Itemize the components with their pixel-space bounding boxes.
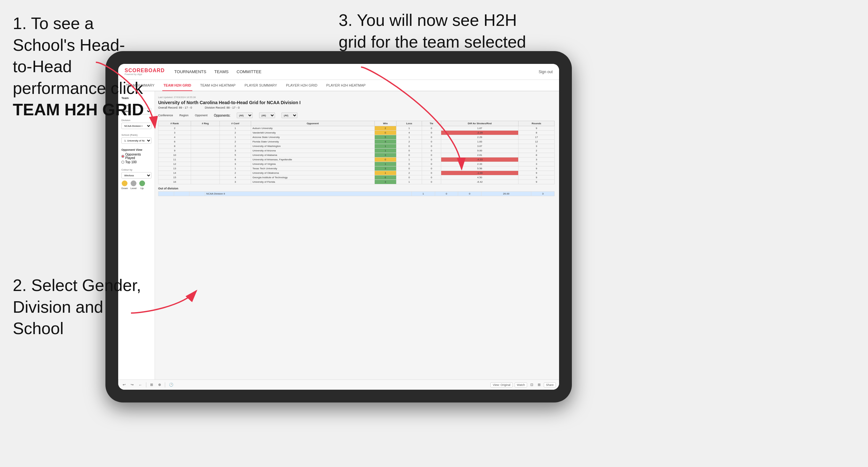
- cell-rank: 4: [158, 135, 191, 139]
- filter-opponent: Opponent: [195, 114, 208, 117]
- cell-loss: 4: [397, 131, 422, 135]
- color-up: [139, 181, 145, 186]
- table-row: 8 2 University of Washington 1 0 0 3.67 …: [158, 144, 555, 149]
- tablet-screen: SCOREBOARD Powered by clippi TOURNAMENTS…: [118, 64, 559, 390]
- nav-teams[interactable]: TEAMS: [214, 69, 229, 74]
- share-button[interactable]: Share: [544, 382, 556, 387]
- cell-conf: 3: [219, 162, 251, 166]
- out-division-row: NCAA Division II 1 0 0 26.00 3: [158, 192, 555, 196]
- watch-button[interactable]: Watch: [515, 382, 527, 387]
- sidebar-colour-section: Colour by Win/loss Down Level: [121, 168, 151, 190]
- cell-diff: 9.00: [441, 149, 519, 153]
- cell-reg: [191, 175, 219, 180]
- tab-player-h2h-grid[interactable]: PLAYER H2H GRID: [285, 80, 318, 91]
- cell-rounds: 9: [519, 180, 555, 184]
- opponent-view-label: Opponent View: [121, 148, 151, 151]
- table-row: 3 2 Vanderbilt University 0 4 0 -2.29 8: [158, 131, 555, 135]
- cell-conf: 1: [219, 166, 251, 171]
- cell-win: 1: [374, 144, 397, 149]
- cell-loss: 1: [397, 135, 422, 139]
- cell-tie: 0: [422, 157, 441, 162]
- cell-rank: 12: [158, 162, 191, 166]
- cell-win: 3: [374, 153, 397, 157]
- undo-button[interactable]: ↩: [121, 382, 127, 387]
- cell-reg: [191, 153, 219, 157]
- conference-select[interactable]: (All): [237, 113, 253, 118]
- cell-loss: 0: [397, 149, 422, 153]
- cell-conf: 4: [219, 175, 251, 180]
- cell-loss: 0: [397, 144, 422, 149]
- col-tie: Tie: [422, 121, 441, 126]
- cell-tie: 0: [422, 166, 441, 171]
- cell-loss: 0: [397, 166, 422, 171]
- separator-2: [165, 382, 165, 387]
- cell-diff: -1.00: [441, 171, 519, 175]
- cell-rounds: 3: [519, 157, 555, 162]
- sidebar-school-section: School (Rank) 1. University of Nort...: [121, 133, 151, 144]
- back-button[interactable]: ←: [137, 382, 144, 387]
- sign-out-button[interactable]: Sign out: [539, 70, 553, 74]
- opponents-label: Opponents:: [214, 114, 231, 117]
- school-select[interactable]: 1. University of Nort...: [121, 137, 151, 144]
- table-row: 11 6 University of Arkansas, Fayettevill…: [158, 157, 555, 162]
- cell-rank: 3: [158, 131, 191, 135]
- view-original-button[interactable]: View: Original: [490, 382, 513, 387]
- cell-win: 0: [374, 157, 397, 162]
- cell-rank: 6: [158, 139, 191, 144]
- cell-loss: 0: [397, 153, 422, 157]
- cell-opponent: University of Arizona: [251, 149, 374, 153]
- present-button[interactable]: ⊡: [529, 382, 534, 387]
- tab-player-h2h-heatmap[interactable]: PLAYER H2H HEATMAP: [325, 80, 367, 91]
- h2h-table: # Rank # Reg # Conf Opponent Win Loss Ti…: [158, 121, 555, 184]
- region-select[interactable]: (All): [259, 113, 275, 118]
- cell-loss: 0: [397, 162, 422, 166]
- col-rank: # Rank: [158, 121, 191, 126]
- radio-label-2: Top 100: [125, 160, 137, 164]
- cell-reg: [191, 149, 219, 153]
- cell-win: 5: [374, 135, 397, 139]
- grid-button[interactable]: ⊞: [536, 382, 542, 387]
- clock-button[interactable]: 🕐: [168, 382, 175, 387]
- cell-conf: 3: [219, 180, 251, 184]
- cell-opponent: Auburn University: [251, 126, 374, 131]
- cell-reg: [191, 135, 219, 139]
- grid-header: Last Updated: 27/03/2024 16:55:38 Univer…: [158, 96, 555, 109]
- cell-conf: 2: [219, 171, 251, 175]
- od-tie: 0: [458, 192, 482, 196]
- colour-select[interactable]: Win/loss: [121, 172, 151, 179]
- cell-conf: 1: [219, 126, 251, 131]
- redo-button[interactable]: ↪: [129, 382, 135, 387]
- tab-team-h2h-grid[interactable]: TEAM H2H GRID: [162, 80, 193, 91]
- cell-loss: 1: [397, 180, 422, 184]
- crop-button[interactable]: ⊞: [149, 382, 154, 387]
- cell-loss: 2: [397, 171, 422, 175]
- nav-tournaments[interactable]: TOURNAMENTS: [175, 69, 206, 74]
- tab-team-h2h-heatmap[interactable]: TEAM H2H HEATMAP: [199, 80, 237, 91]
- toolbar-view: View: Original Watch ⊡ ⊞ Share: [490, 382, 556, 387]
- color-down: [122, 181, 127, 186]
- table-row: 13 1 Texas Tech University 3 0 0 5.56 9: [158, 166, 555, 171]
- od-reg: [174, 192, 189, 196]
- cell-conf: 1: [219, 135, 251, 139]
- opponent-select[interactable]: (All): [281, 113, 298, 118]
- conference-filter-label: Conference: [158, 114, 173, 117]
- radio-top-100[interactable]: Top 100: [121, 160, 151, 164]
- cell-win: 3: [374, 166, 397, 171]
- cell-win: 1: [374, 162, 397, 166]
- filter-conference: Conference: [158, 114, 173, 117]
- cell-rounds: 17: [519, 135, 555, 139]
- cell-opponent: Arizona State University: [251, 135, 374, 139]
- cell-reg: [191, 126, 219, 131]
- subnav: TEAM SUMMARY TEAM H2H GRID TEAM H2H HEAT…: [118, 80, 559, 91]
- cell-diff: 3.67: [441, 144, 519, 149]
- radio-opponents-played[interactable]: Opponents Played: [121, 153, 151, 160]
- cell-conf: 5: [219, 153, 251, 157]
- table-row: 12 3 University of Virginia 1 0 0 2.33 3: [158, 162, 555, 166]
- table-row: 15 4 Georgia Institute of Technology 6 0…: [158, 175, 555, 180]
- table-row: 14 2 University of Oklahoma 1 2 0 -1.00 …: [158, 171, 555, 175]
- division-select[interactable]: NCAA Division I: [121, 123, 151, 129]
- nav-committee[interactable]: COMMITTEE: [237, 69, 261, 74]
- tab-player-summary[interactable]: PLAYER SUMMARY: [243, 80, 278, 91]
- cell-rounds: 9: [519, 166, 555, 171]
- add-button[interactable]: ⊕: [157, 382, 162, 387]
